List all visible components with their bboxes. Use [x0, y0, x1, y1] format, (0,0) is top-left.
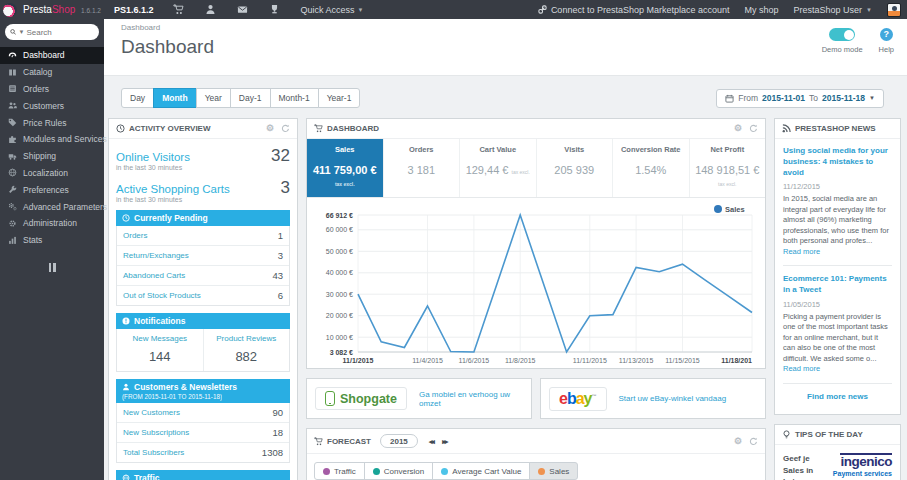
gear-icon[interactable]: ⚙	[266, 124, 274, 133]
sidebar-item-modules[interactable]: Modules and Services	[0, 131, 104, 148]
mail-icon[interactable]	[237, 4, 248, 15]
next-year-button[interactable]: ▸▸	[442, 437, 447, 446]
sidebar-item-preferences[interactable]: Preferences	[0, 181, 104, 198]
lightbulb-icon	[782, 430, 791, 439]
toggle-average-cart-value[interactable]: Average Cart Value	[432, 462, 530, 480]
range-button-month[interactable]: Month	[153, 88, 197, 108]
news-article-date: 11/05/2015	[783, 300, 892, 309]
brand[interactable]: PrestaShop 1.6.1.2	[23, 4, 101, 15]
svg-text:10 000 €: 10 000 €	[326, 334, 353, 341]
demo-mode-toggle[interactable]	[829, 28, 855, 41]
trophy-icon[interactable]	[269, 4, 280, 15]
sidebar-item-catalog[interactable]: Catalog	[0, 64, 104, 81]
pending-row-out-of-stock[interactable]: Out of Stock Products 6	[117, 286, 289, 305]
shopgate-promo-card[interactable]: Shopgate Ga mobiel en verhoog uw omzet	[306, 378, 532, 419]
news-article: Using social media for your business: 4 …	[783, 146, 892, 257]
toggle-conversion[interactable]: Conversion	[364, 462, 433, 480]
user-menu[interactable]: PrestaShop User ▼	[794, 5, 873, 15]
toggle-traffic[interactable]: Traffic	[314, 462, 365, 480]
refresh-icon[interactable]	[749, 437, 758, 446]
marketplace-link[interactable]: Connect to PrestaShop Marketplace accoun…	[538, 5, 730, 15]
pending-row-orders[interactable]: Orders 1	[117, 226, 289, 246]
help-icon[interactable]: ?	[880, 28, 893, 41]
brand-version: 1.6.1.2	[81, 7, 101, 14]
range-button-day[interactable]: Day	[121, 88, 154, 108]
news-article-title[interactable]: Ecommerce 101: Payments in a Tweet	[783, 274, 892, 296]
sidebar-item-dashboard[interactable]: Dashboard	[0, 47, 104, 64]
user-icon[interactable]	[205, 4, 216, 15]
news-article-title[interactable]: Using social media for your business: 4 …	[783, 146, 892, 178]
header-controls: Demo mode ? Help	[822, 28, 894, 54]
range-button-year-1[interactable]: Year-1	[318, 88, 361, 108]
forecast-panel-title: FORECAST	[327, 437, 371, 446]
forecast-nav: ◂◂ ▸▸	[429, 437, 447, 446]
tips-panel-title: TIPS OF THE DAY	[795, 430, 863, 439]
sidebar-search[interactable]: ▼	[5, 24, 99, 40]
range-button-year[interactable]: Year	[196, 88, 231, 108]
demo-mode-control: Demo mode	[822, 28, 863, 54]
read-more-link[interactable]: Read more	[783, 247, 820, 256]
cart-icon	[314, 124, 323, 133]
modules-icon	[8, 135, 17, 144]
user-avatar[interactable]	[887, 3, 901, 17]
exclamation-icon	[122, 317, 130, 325]
gear-icon[interactable]: ⚙	[734, 437, 742, 446]
new-messages-cell[interactable]: New Messages 144	[117, 329, 203, 371]
shopgate-promo-link[interactable]: Ga mobiel en verhoog uw omzet	[419, 390, 523, 408]
pending-row-returns[interactable]: Return/Exchanges 3	[117, 246, 289, 266]
prestashop-logo[interactable]	[3, 3, 17, 17]
notifications-title: Notifications	[134, 316, 185, 326]
search-input[interactable]	[26, 28, 94, 37]
sidebar-item-customers[interactable]: Customers	[0, 97, 104, 114]
refresh-icon[interactable]	[749, 124, 758, 133]
total-subscribers-row[interactable]: Total Subscribers 1308	[117, 443, 289, 462]
stats-icon	[8, 236, 17, 245]
date-range-toolbar: Day Month Year Day-1 Month-1 Year-1 From…	[104, 76, 907, 118]
ebay-promo-link[interactable]: Start uw eBay-winkel vandaag	[619, 394, 727, 403]
range-button-day-1[interactable]: Day-1	[230, 88, 271, 108]
pending-row-abandoned-carts[interactable]: Abandoned Carts 43	[117, 266, 289, 286]
cart-icon[interactable]	[173, 4, 184, 15]
gear-icon[interactable]: ⚙	[734, 124, 742, 133]
previous-year-button[interactable]: ◂◂	[429, 437, 434, 446]
kpi-visits[interactable]: Visits 205 939	[537, 139, 614, 197]
find-more-news-link[interactable]: Find more news	[783, 392, 892, 401]
range-button-month-1[interactable]: Month-1	[270, 88, 319, 108]
forecast-year: 2015	[380, 434, 418, 448]
kpi-cart-value[interactable]: Cart Value 129,44 € tax excl.	[460, 139, 537, 197]
sidebar-item-administration[interactable]: Administration	[0, 215, 104, 232]
sidebar-item-shipping[interactable]: Shipping	[0, 148, 104, 165]
kpi-sales[interactable]: Sales 411 759,00 € tax excl.	[307, 139, 384, 197]
sidebar-item-localization[interactable]: Localization	[0, 165, 104, 182]
divider	[783, 265, 892, 266]
online-visitors-metric[interactable]: Online Visitors 32	[116, 146, 290, 166]
date-range-picker[interactable]: From 2015-11-01 To 2015-11-18 ▼	[716, 89, 884, 108]
sidebar-item-advanced-parameters[interactable]: Advanced Parameters	[0, 198, 104, 215]
new-subscriptions-row[interactable]: New Subscriptions 18	[117, 423, 289, 443]
quick-access-menu[interactable]: Quick Access ▼	[300, 5, 363, 15]
date-to-label: To	[809, 93, 818, 103]
toggle-sales[interactable]: Sales	[529, 462, 578, 480]
my-shop-link[interactable]: My shop	[744, 5, 778, 15]
sidebar-item-price-rules[interactable]: Price Rules	[0, 114, 104, 131]
kpi-conversion-rate[interactable]: Conversion Rate 1.54%	[613, 139, 690, 197]
forecast-panel: FORECAST 2015 ◂◂ ▸▸ ⚙ Traf	[306, 428, 766, 480]
sidebar-item-label: Administration	[23, 218, 77, 228]
ebay-promo-card[interactable]: ebay™ Start uw eBay-winkel vandaag	[540, 378, 766, 419]
kpi-orders[interactable]: Orders 3 181	[384, 139, 461, 197]
sidebar-item-stats[interactable]: Stats	[0, 232, 104, 249]
kpi-net-profit[interactable]: Net Profit 148 918,51 € tax excl.	[690, 139, 766, 197]
sidebar-nav: Dashboard Catalog Orders Customers Price…	[0, 47, 104, 249]
read-more-link[interactable]: Read more	[783, 364, 820, 373]
new-customers-row[interactable]: New Customers 90	[117, 403, 289, 423]
active-carts-metric[interactable]: Active Shopping Carts 3	[116, 178, 290, 198]
notifications-header: Notifications	[116, 313, 290, 329]
sidebar-item-orders[interactable]: Orders	[0, 81, 104, 98]
product-reviews-cell[interactable]: Product Reviews 882	[203, 329, 290, 371]
shop-name[interactable]: PS1.6.1.2	[114, 5, 154, 15]
refresh-icon[interactable]	[281, 124, 290, 133]
tips-of-the-day-panel: TIPS OF THE DAY ingenico Payment service…	[774, 424, 901, 480]
user-icon	[122, 383, 130, 391]
svg-text:3 082 €: 3 082 €	[330, 349, 353, 356]
sidebar-collapse-button[interactable]	[0, 263, 104, 272]
